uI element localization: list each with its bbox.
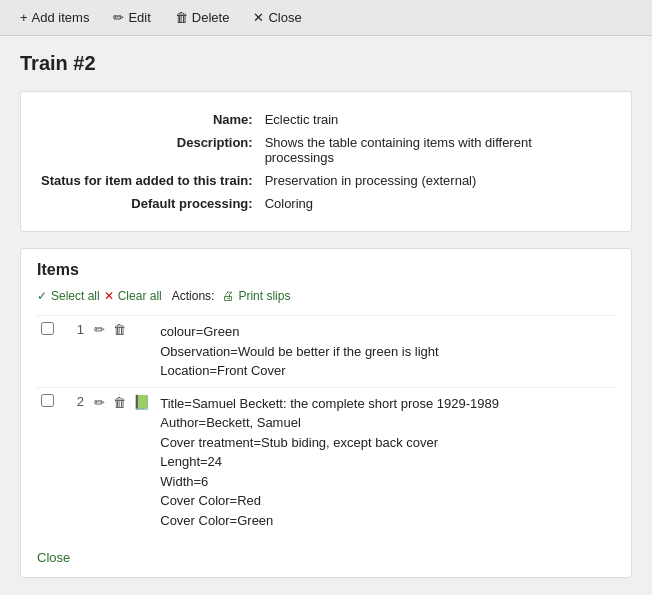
close-link[interactable]: Close (37, 550, 70, 565)
detail-table: Name: Eclectic train Description: Shows … (41, 108, 611, 215)
status-row: Status for item added to this train: Pre… (41, 169, 611, 192)
add-items-button[interactable]: + Add items (16, 8, 93, 27)
items-section: Items ✓ Select all ✕ Clear all Actions: … (20, 248, 632, 578)
default-processing-label: Default processing: (41, 192, 265, 215)
delete-label: Delete (192, 10, 230, 25)
actions-label: Actions: (172, 289, 215, 303)
item2-number: 2 (58, 387, 88, 536)
status-label: Status for item added to this train: (41, 169, 265, 192)
add-items-label: Add items (32, 10, 90, 25)
default-processing-row: Default processing: Coloring (41, 192, 611, 215)
clear-all-link[interactable]: Clear all (118, 289, 162, 303)
item2-delete-button[interactable]: 🗑 (111, 395, 128, 410)
item2-checkbox-cell (37, 387, 58, 536)
items-actions-bar: ✓ Select all ✕ Clear all Actions: 🖨 Prin… (37, 287, 615, 305)
page-title: Train #2 (20, 52, 632, 75)
x-icon: ✕ (104, 289, 114, 303)
edit-label: Edit (128, 10, 150, 25)
description-row: Description: Shows the table containing … (41, 131, 611, 169)
item2-details: Title=Samuel Beckett: the complete short… (156, 387, 615, 536)
item2-edit-button[interactable]: ✏ (92, 395, 107, 410)
item2-checkbox[interactable] (41, 394, 54, 407)
checkmark-icon: ✓ (37, 289, 47, 303)
select-all-link[interactable]: Select all (51, 289, 100, 303)
close-label: Close (268, 10, 301, 25)
item1-checkbox-cell (37, 316, 58, 388)
name-label: Name: (41, 108, 265, 131)
edit-icon: ✏ (113, 10, 124, 25)
close-button-toolbar[interactable]: ✕ Close (249, 8, 305, 27)
printer-icon: 🖨 (222, 289, 234, 303)
toolbar: + Add items ✏ Edit 🗑 Delete ✕ Close (0, 0, 652, 36)
page-content: Train #2 Name: Eclectic train Descriptio… (0, 36, 652, 594)
detail-card: Name: Eclectic train Description: Shows … (20, 91, 632, 232)
item1-details: colour=Green Observation=Would be better… (156, 316, 615, 388)
status-value: Preservation in processing (external) (265, 169, 611, 192)
item1-number: 1 (58, 316, 88, 388)
name-value: Eclectic train (265, 108, 611, 131)
item2-icons: ✏ 🗑 📗 (88, 387, 156, 536)
close-icon: ✕ (253, 10, 264, 25)
print-slips-label: Print slips (238, 289, 290, 303)
item1-delete-button[interactable]: 🗑 (111, 322, 128, 337)
item1-edit-button[interactable]: ✏ (92, 322, 107, 337)
table-row: 2 ✏ 🗑 📗 Title=Samuel Beckett: the comple… (37, 387, 615, 536)
items-title: Items (37, 261, 615, 279)
delete-button[interactable]: 🗑 Delete (171, 8, 234, 27)
name-row: Name: Eclectic train (41, 108, 611, 131)
item1-icons: ✏ 🗑 (88, 316, 156, 388)
delete-icon: 🗑 (175, 10, 188, 25)
item2-book-button[interactable]: 📗 (131, 394, 152, 410)
item1-checkbox[interactable] (41, 322, 54, 335)
print-slips-button[interactable]: 🖨 Print slips (218, 287, 294, 305)
description-label: Description: (41, 131, 265, 169)
description-value: Shows the table containing items with di… (265, 131, 611, 169)
default-processing-value: Coloring (265, 192, 611, 215)
plus-icon: + (20, 10, 28, 25)
table-row: 1 ✏ 🗑 colour=Green Observation=Would be … (37, 316, 615, 388)
edit-button[interactable]: ✏ Edit (109, 8, 154, 27)
items-table: 1 ✏ 🗑 colour=Green Observation=Would be … (37, 315, 615, 536)
